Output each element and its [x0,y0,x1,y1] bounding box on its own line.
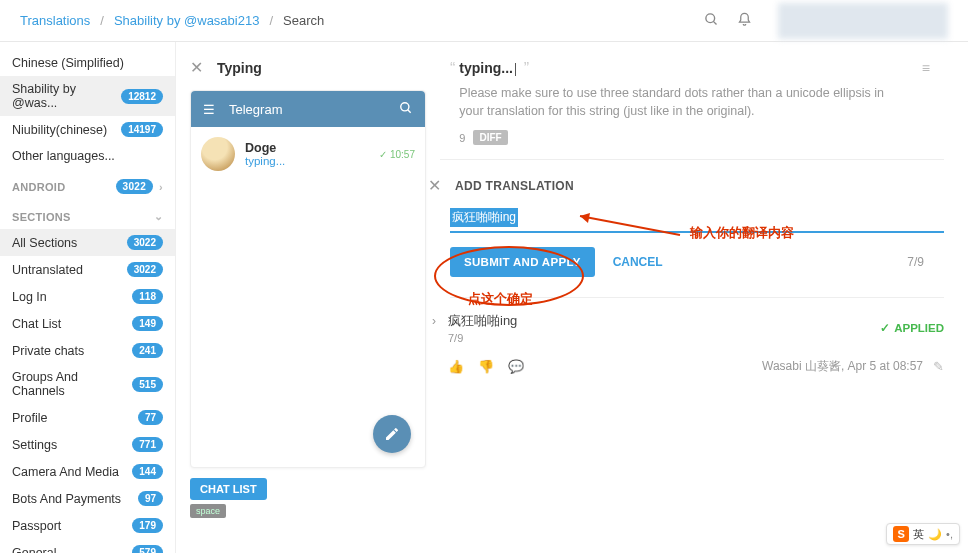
menu-icon[interactable]: ☰ [203,102,215,117]
sidebar-section-item[interactable]: Untranslated3022 [0,256,175,283]
phone-search-icon[interactable] [399,101,413,118]
string-header: “ typing... ” Please make sure to use th… [440,60,944,145]
sidebar-section-item[interactable]: Log In118 [0,283,175,310]
string-description: Please make sure to use three standard d… [459,84,922,120]
cursor-icon [515,63,516,76]
add-translation-title: ADD TRANSLATION [455,179,574,193]
ime-comma-icon: •, [946,528,953,540]
breadcrumb-translations[interactable]: Translations [20,13,90,28]
sidebar-section-item[interactable]: Passport179 [0,512,175,539]
svg-line-1 [713,21,716,24]
quote-icon: “ [450,60,455,78]
bell-icon[interactable] [737,12,752,30]
count-badge: 771 [132,437,163,452]
suggestion-text: 疯狂啪啪ing [448,312,880,330]
svg-point-2 [401,102,409,110]
user-avatar-blurred[interactable] [778,3,948,39]
suggestion-row: › 疯狂啪啪ing 7/9 ✓APPLIED 👍 👎 💬 [450,297,944,375]
annotation-confirm-hint: 点这个确定 [468,290,533,308]
breadcrumb: Translations / Shability by @wasabi213 /… [20,13,324,28]
sidebar-lang-item[interactable]: Niubility(chinese)14197 [0,116,175,143]
thumbs-up-icon[interactable]: 👍 [448,359,464,374]
sidebar-section-item[interactable]: Private chats241 [0,337,175,364]
count-badge: 12812 [121,89,163,104]
suggestion-count: 7/9 [448,332,880,344]
ime-lang: 英 [913,527,924,542]
ime-logo-icon: S [893,526,909,542]
svg-point-0 [706,13,715,22]
annotation-arrow [570,210,690,240]
count-badge: 3022 [127,235,163,250]
svg-marker-5 [580,213,590,223]
close-icon[interactable]: ✕ [190,60,203,76]
breadcrumb-project[interactable]: Shability by @wasabi213 [114,13,259,28]
original-string: typing... [459,60,513,76]
string-length: 9 [459,132,465,144]
thumbs-down-icon[interactable]: 👎 [478,359,494,374]
count-badge: 144 [132,464,163,479]
breadcrumb-current: Search [283,13,324,28]
search-icon[interactable] [704,12,719,30]
phone-app-title: Telegram [229,102,385,117]
sidebar-heading-sections[interactable]: SECTIONS⌄ [0,200,175,229]
char-counter: 7/9 [907,255,924,269]
moon-icon: 🌙 [928,528,942,541]
compose-fab[interactable] [373,415,411,453]
sidebar: Chinese (Simplified) Shability by @was..… [0,42,176,553]
chat-typing: typing... [245,155,369,167]
sidebar-lang-item[interactable]: Chinese (Simplified) [0,50,175,76]
string-title: Typing [217,60,262,76]
phone-preview: ☰ Telegram Doge typing... ✓10:57 [190,90,426,468]
sidebar-heading-android[interactable]: ANDROID3022› [0,169,175,200]
count-badge: 77 [138,410,163,425]
annotation-input-hint: 输入你的翻译内容 [690,224,794,242]
space-badge: space [190,504,226,518]
suggestion-author: Wasabi 山葵酱, Apr 5 at 08:57 [762,358,923,375]
count-badge: 3022 [116,179,153,194]
count-badge: 14197 [121,122,163,137]
sidebar-section-item[interactable]: Groups And Channels515 [0,364,175,404]
count-badge: 579 [132,545,163,553]
close-add-icon[interactable]: ✕ [428,178,441,194]
count-badge: 241 [132,343,163,358]
sidebar-section-item[interactable]: Bots And Payments97 [0,485,175,512]
applied-badge: ✓APPLIED [880,312,944,344]
count-badge: 149 [132,316,163,331]
cancel-button[interactable]: CANCEL [613,255,663,269]
chatlist-button[interactable]: CHAT LIST [190,478,267,500]
svg-line-3 [408,109,411,112]
add-translation-section: ✕ ADD TRANSLATION 疯狂啪啪ing 输入你的翻译内容 SUBMI… [440,159,944,375]
translation-input-value: 疯狂啪啪ing [450,208,518,227]
breadcrumb-sep: / [269,13,273,28]
svg-line-4 [580,216,680,235]
count-badge: 3022 [127,262,163,277]
sidebar-section-item[interactable]: Camera And Media144 [0,458,175,485]
count-badge: 179 [132,518,163,533]
breadcrumb-sep: / [100,13,104,28]
sidebar-section-item[interactable]: Chat List149 [0,310,175,337]
sidebar-lang-item[interactable]: Other languages... [0,143,175,169]
options-icon[interactable]: ≡ [922,60,930,76]
sidebar-section-item[interactable]: General579 [0,539,175,553]
ime-widget[interactable]: S 英 🌙 •, [886,523,960,545]
sidebar-section-item[interactable]: Settings771 [0,431,175,458]
count-badge: 515 [132,377,163,392]
expand-icon[interactable]: › [432,312,436,375]
chat-name: Doge [245,141,369,155]
sidebar-section-item[interactable]: Profile77 [0,404,175,431]
check-icon: ✓ [880,321,890,335]
sidebar-section-item[interactable]: All Sections3022 [0,229,175,256]
chevron-right-icon: › [159,181,163,193]
diff-button[interactable]: DIFF [473,130,507,145]
chat-row[interactable]: Doge typing... ✓10:57 [191,127,425,181]
sidebar-lang-item[interactable]: Shability by @was...12812 [0,76,175,116]
edit-icon[interactable]: ✎ [933,359,944,374]
chevron-down-icon: ⌄ [154,210,163,223]
count-badge: 118 [132,289,163,304]
chat-time: ✓10:57 [379,149,415,160]
quote-icon: ” [524,60,529,78]
doge-avatar [201,137,235,171]
comment-icon[interactable]: 💬 [508,359,524,374]
count-badge: 97 [138,491,163,506]
